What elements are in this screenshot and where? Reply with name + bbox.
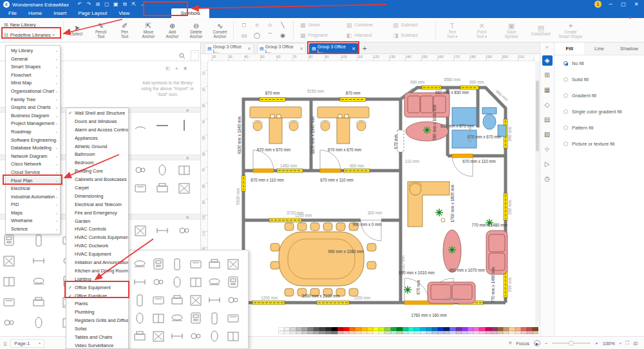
submenu-item-garden[interactable]: Garden: [66, 218, 128, 226]
floor-plan-drawing[interactable]: 870 mm5150 mm870 mm1120 mm990 mm3580 mm9…: [208, 61, 535, 327]
menu-item-cloud-service[interactable]: Cloud Service›: [6, 169, 60, 177]
fill-option-pattern-fill[interactable]: Pattern fill: [554, 120, 644, 136]
palette-swatch[interactable]: [391, 331, 397, 335]
fill-option-picture-or-texture-fill[interactable]: Picture or texture fill: [554, 136, 644, 152]
submenu-item-plants[interactable]: Plants: [66, 300, 128, 308]
close-icon[interactable]: ✕: [185, 214, 189, 220]
menu-item-electrical[interactable]: Electrical›: [6, 185, 60, 193]
palette-swatch[interactable]: [438, 331, 444, 335]
minimize-button[interactable]: ─: [607, 1, 614, 7]
menu-item-pid[interactable]: PID›: [6, 201, 60, 209]
submenu-item-athletic-ground[interactable]: Athletic Ground: [66, 143, 128, 151]
document-tab-2[interactable]: ▤Group 3 Office L...✕: [257, 43, 306, 53]
close-button[interactable]: ✕: [632, 1, 640, 7]
fill-option-no-fill[interactable]: No fill: [554, 55, 644, 71]
mouse2-symbol[interactable]: [168, 274, 186, 291]
menu-item-network-diagram[interactable]: Network Diagram›: [6, 153, 60, 161]
sofa-group-symbol[interactable]: [155, 223, 170, 238]
camera-symbol[interactable]: [149, 328, 167, 345]
shape-tool-7[interactable]: ◉: [278, 31, 288, 40]
submenu-item-bathroom[interactable]: Bathroom: [66, 151, 128, 159]
palette-swatch[interactable]: [444, 331, 450, 335]
submenu-item-carpet[interactable]: Carpet: [66, 184, 128, 193]
menu-tab-symbols[interactable]: Symbols: [171, 8, 209, 18]
library-scroll-buttons[interactable]: ⌃⌄: [191, 50, 199, 61]
submenu-item-appliances[interactable]: Appliances: [66, 135, 128, 143]
submenu-item-hvac-ductwork[interactable]: HVAC Ductwork: [66, 242, 128, 250]
palette-swatch[interactable]: [486, 331, 491, 335]
palette-swatch[interactable]: [379, 331, 384, 335]
submenu-item-bedroom[interactable]: Bedroom: [66, 159, 128, 167]
chair2-symbol[interactable]: [1, 274, 17, 288]
menu-item-mind-map[interactable]: Mind Map›: [6, 79, 60, 88]
close-tab-icon[interactable]: ✕: [352, 46, 355, 52]
new-icon[interactable]: ⊞: [93, 1, 102, 8]
desk3-symbol[interactable]: [1, 316, 17, 330]
palette-swatch[interactable]: [468, 331, 473, 335]
shredder-symbol[interactable]: [224, 328, 242, 345]
menu-item-business-diagram[interactable]: Business Diagram›: [6, 112, 60, 120]
share-button[interactable]: Share: [603, 17, 616, 23]
round-table-symbol[interactable]: [31, 254, 46, 268]
table-symbol[interactable]: [31, 233, 46, 247]
submenu-item-electrical-and-telecom[interactable]: Electrical and Telecom: [66, 201, 128, 209]
palette-swatch[interactable]: [515, 331, 521, 335]
presentation-icon[interactable]: ▷: [542, 159, 553, 169]
submenu-item-cabinets-and-bookcases[interactable]: Cabinets and Bookcases: [66, 176, 128, 184]
palette-swatch[interactable]: [296, 331, 302, 335]
palette-swatch[interactable]: [367, 331, 373, 335]
tool-move-anchor[interactable]: ⇱MoveAnchor: [137, 18, 160, 42]
palette-swatch[interactable]: [290, 331, 296, 335]
menu-item-my-library[interactable]: My Library›: [6, 47, 60, 55]
heater-symbol[interactable]: [176, 162, 192, 178]
menu-item-cisco-network[interactable]: Cisco Network›: [6, 160, 60, 169]
palette-swatch[interactable]: [408, 331, 414, 335]
document-tab-1[interactable]: ▤Group 3 Office L...✕: [205, 43, 254, 53]
collapse-panel-icon[interactable]: »: [542, 44, 553, 51]
scrollbar-thumb[interactable]: [536, 80, 539, 151]
zoom-slider-knob[interactable]: [569, 341, 574, 346]
menu-item-database-modeling[interactable]: Database Modeling›: [6, 144, 60, 153]
zoom-level[interactable]: 100%: [603, 341, 615, 346]
palette-swatch[interactable]: [414, 331, 420, 335]
desk-phone-symbol[interactable]: [168, 256, 186, 273]
menu-tab-view[interactable]: View: [113, 8, 135, 18]
add-icon[interactable]: +: [175, 66, 178, 72]
palette-swatch[interactable]: [521, 331, 527, 335]
bracket-symbol[interactable]: [198, 180, 201, 196]
collapse-icon[interactable]: ⌄: [138, 1, 147, 8]
fill-option-solid-fill[interactable]: Solid fill: [554, 71, 644, 88]
close-tab-icon[interactable]: ✕: [299, 46, 303, 52]
cd-player-symbol[interactable]: [155, 180, 170, 196]
menu-item-wireframe[interactable]: Wireframe›: [6, 217, 60, 225]
menu-item-maps[interactable]: Maps›: [6, 209, 60, 218]
submenu-item-office-equipment[interactable]: ✓Office Equipment: [66, 284, 128, 292]
desk-symbol[interactable]: [1, 233, 17, 247]
predefine-libraries-button[interactable]: ⊟Predefine Libraries▾: [4, 32, 58, 38]
scanner-symbol[interactable]: [187, 310, 205, 327]
layers-icon[interactable]: ◇: [542, 100, 553, 110]
document-tab-3[interactable]: ▤Group 3 Office L...✕: [309, 43, 358, 53]
pages-icon[interactable]: ▯: [4, 341, 6, 346]
submenu-item-building-core[interactable]: Building Core: [66, 167, 128, 176]
wall-vertical-symbol[interactable]: [176, 117, 192, 133]
notification-badge[interactable]: 1: [594, 1, 601, 8]
shape-tool-3[interactable]: ╲: [278, 21, 288, 30]
shape-tool-1[interactable]: ○: [252, 21, 262, 30]
palette-swatch[interactable]: [355, 331, 361, 335]
projector2-symbol[interactable]: [131, 328, 149, 345]
seat-symbol[interactable]: [31, 316, 46, 330]
projector-screen-symbol[interactable]: [149, 256, 167, 273]
strip-symbol[interactable]: [131, 310, 149, 327]
submenu-item-dimensioning[interactable]: Dimensioning: [66, 193, 128, 201]
square-table-chairs-symbol[interactable]: [176, 223, 192, 238]
submenu-item-hvac-equipment[interactable]: HVAC Equipment: [66, 250, 128, 259]
format-tab-line[interactable]: Line: [584, 42, 614, 55]
submenu-item-registers-grills-and-diffusers[interactable]: Registers Grills and Diffusers: [66, 317, 128, 325]
menu-tab-home[interactable]: Home: [23, 8, 48, 18]
palette-swatch[interactable]: [319, 331, 325, 335]
save-icon[interactable]: ▣: [111, 1, 120, 8]
menu-item-roadmap[interactable]: Roadmap›: [6, 128, 60, 137]
palette-swatch[interactable]: [361, 331, 367, 335]
maximize-button[interactable]: ▢: [620, 1, 627, 7]
